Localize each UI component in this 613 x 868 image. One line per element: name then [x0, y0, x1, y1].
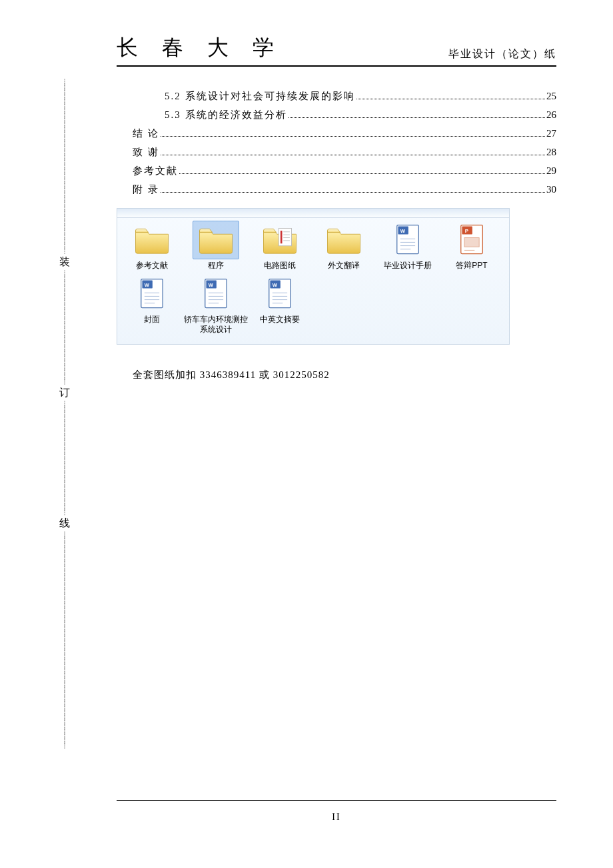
explorer-toolbar: [117, 209, 509, 218]
toc-row: 结 论27: [117, 124, 556, 143]
folder-icon: [320, 221, 367, 259]
file-item[interactable]: 外文翻译: [312, 221, 376, 271]
toc-label: 附 录: [133, 180, 159, 199]
university-name: 长 春 大 学: [117, 33, 283, 63]
contact-note: 全套图纸加扣 3346389411 或 3012250582: [133, 369, 556, 381]
file-label: 程序: [184, 261, 248, 271]
paper-type-label: 毕业设计（论文）纸: [448, 47, 556, 63]
binding-margin: ┊┊┊┊┊┊┊┊┊┊┊┊┊┊┊┊┊┊┊┊┊┊┊┊┊┊┊┊┊┊┊┊┊┊┊┊┊ 装 …: [59, 80, 71, 747]
toc-dots: [161, 192, 545, 193]
file-item[interactable]: 封面: [120, 275, 184, 335]
toc-page: 27: [546, 124, 556, 143]
file-label: 答辩PPT: [440, 261, 504, 271]
file-label: 毕业设计手册: [376, 261, 440, 271]
word-doc-icon: [193, 275, 239, 313]
file-label: 中英文摘要: [248, 315, 312, 325]
page-number: II: [117, 812, 556, 823]
folder-with-doc-icon: [257, 221, 303, 259]
toc-dots: [161, 155, 545, 155]
binding-char-1: 装: [59, 253, 71, 271]
file-explorer-screenshot: 参考文献程序电路图纸外文翻译毕业设计手册答辩PPT封面轿车车内环境测控系统设计中…: [117, 208, 510, 345]
toc-label: 结 论: [133, 124, 159, 143]
toc-page: 30: [546, 180, 556, 199]
folder-icon: [129, 221, 175, 259]
toc-page: 29: [546, 161, 556, 180]
word-doc-icon: [257, 275, 303, 313]
file-item[interactable]: 程序: [184, 221, 248, 271]
footer-rule: [117, 800, 556, 801]
toc-page: 26: [546, 105, 556, 124]
file-item[interactable]: 参考文献: [120, 221, 184, 271]
word-doc-icon: [384, 221, 431, 259]
toc-dots: [356, 99, 546, 99]
folder-icon: [193, 221, 239, 259]
toc-label: 5.2 系统设计对社会可持续发展的影响: [165, 87, 355, 105]
table-of-contents: 5.2 系统设计对社会可持续发展的影响255.3 系统的经济效益分析26结 论2…: [117, 87, 556, 199]
file-label: 电路图纸: [248, 261, 312, 271]
file-item[interactable]: 答辩PPT: [440, 221, 504, 271]
file-item[interactable]: 毕业设计手册: [376, 221, 440, 271]
toc-row: 5.2 系统设计对社会可持续发展的影响25: [117, 87, 556, 105]
page-header: 长 春 大 学 毕业设计（论文）纸: [117, 33, 556, 67]
toc-label: 5.3 系统的经济效益分析: [165, 105, 287, 124]
file-item[interactable]: 中英文摘要: [248, 275, 312, 335]
binding-char-3: 线: [59, 514, 71, 533]
toc-row: 附 录30: [117, 180, 556, 199]
toc-row: 5.3 系统的经济效益分析26: [117, 105, 556, 124]
toc-page: 28: [546, 143, 556, 161]
toc-page: 25: [546, 87, 556, 105]
file-label: 封面: [120, 315, 184, 325]
binding-char-2: 订: [59, 383, 71, 402]
file-item[interactable]: 轿车车内环境测控系统设计: [184, 275, 248, 335]
word-doc-icon: [129, 275, 175, 313]
ppt-doc-icon: [448, 221, 495, 259]
toc-label: 致 谢: [133, 143, 159, 161]
file-item[interactable]: 电路图纸: [248, 221, 312, 271]
toc-row: 致 谢28: [117, 143, 556, 161]
file-label: 轿车车内环境测控系统设计: [184, 315, 248, 335]
toc-dots: [161, 136, 545, 137]
file-label: 参考文献: [120, 261, 184, 271]
toc-row: 参考文献29: [117, 161, 556, 180]
toc-dots: [289, 117, 546, 118]
toc-dots: [179, 173, 545, 174]
toc-label: 参考文献: [133, 161, 178, 180]
file-label: 外文翻译: [312, 261, 376, 271]
